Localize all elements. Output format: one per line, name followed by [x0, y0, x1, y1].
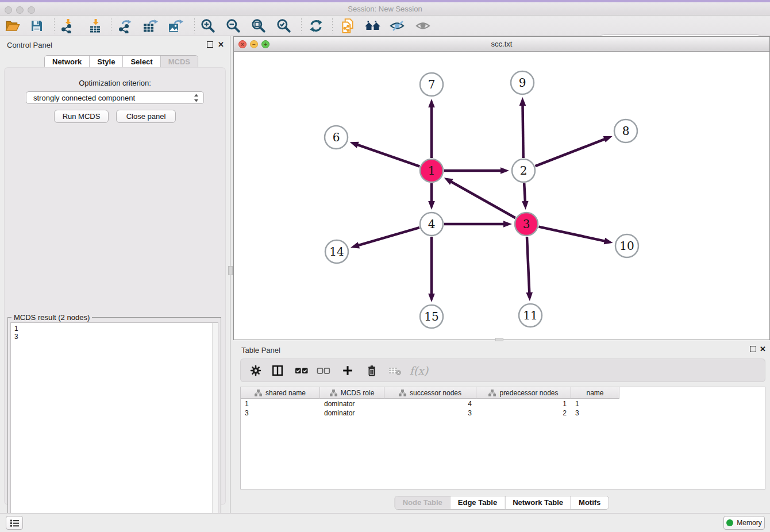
- export-network-icon[interactable]: [116, 17, 135, 34]
- node-10[interactable]: 10: [615, 234, 638, 257]
- delete-table-icon[interactable]: [384, 361, 406, 380]
- table-tab-edge-table[interactable]: Edge Table: [450, 496, 505, 509]
- node-2[interactable]: 2: [512, 159, 535, 182]
- table-cell[interactable]: 1: [241, 399, 320, 408]
- table-tab-network-table[interactable]: Network Table: [505, 496, 571, 509]
- network-view-title: scc.txt: [234, 40, 769, 48]
- columns-icon[interactable]: [267, 361, 288, 380]
- select-all-icon[interactable]: [291, 361, 313, 380]
- node-8[interactable]: 8: [614, 119, 637, 142]
- zoom-fit-icon[interactable]: [249, 17, 268, 34]
- function-builder-icon[interactable]: f(x): [408, 361, 430, 380]
- edge-1-7[interactable]: [428, 99, 435, 158]
- deselect-all-icon[interactable]: [313, 361, 334, 380]
- add-column-icon[interactable]: [337, 361, 359, 380]
- tab-network[interactable]: Network: [45, 56, 89, 68]
- node-4[interactable]: 4: [420, 213, 443, 236]
- edge-1-6[interactable]: [350, 142, 420, 167]
- hide-selected-icon[interactable]: [388, 17, 407, 34]
- float-panel-icon[interactable]: [207, 41, 213, 48]
- close-panel-icon[interactable]: ✕: [218, 40, 224, 49]
- table-cell[interactable]: 3: [384, 408, 476, 418]
- node-11[interactable]: 11: [519, 304, 542, 327]
- mcds-panel: Optimization criterion: strongly connect…: [4, 67, 226, 505]
- node-label: 14: [329, 245, 344, 259]
- table-cell[interactable]: 3: [571, 408, 619, 418]
- node-7[interactable]: 7: [420, 73, 443, 96]
- export-image-icon[interactable]: [166, 17, 186, 34]
- edge-2-3[interactable]: [522, 183, 529, 210]
- criterion-dropdown[interactable]: strongly connected component: [26, 91, 204, 104]
- node-3[interactable]: 3: [515, 213, 538, 236]
- memory-button[interactable]: Memory: [723, 516, 765, 530]
- column-tree-icon: [488, 390, 496, 396]
- network-graph[interactable]: 7961284314101511: [234, 52, 769, 340]
- mcds-result-title: MCDS result (2 nodes): [11, 313, 92, 322]
- table-cell[interactable]: 4: [384, 399, 476, 408]
- table-cell[interactable]: 2: [476, 408, 571, 418]
- column-header-predecessor-nodes[interactable]: predecessor nodes: [476, 387, 571, 399]
- node-9[interactable]: 9: [511, 71, 534, 94]
- refresh-layout-icon[interactable]: [306, 17, 326, 34]
- network-window-titlebar[interactable]: × − + scc.txt: [234, 37, 769, 52]
- zoom-in-icon[interactable]: [198, 17, 218, 34]
- vertical-splitter-handle[interactable]: [228, 266, 233, 275]
- table-header-row: shared nameMCDS rolesuccessor nodesprede…: [241, 387, 619, 399]
- tab-style[interactable]: Style: [89, 56, 122, 68]
- edge-4-15[interactable]: [428, 237, 435, 302]
- close-panel-button[interactable]: Close panel: [116, 110, 176, 123]
- edge-4-14[interactable]: [351, 228, 419, 248]
- import-network-icon[interactable]: [58, 17, 78, 34]
- table-row[interactable]: 1dominator411: [241, 399, 619, 408]
- edge-3-1[interactable]: [444, 178, 515, 218]
- import-table-icon[interactable]: [86, 17, 105, 34]
- table-cell[interactable]: dominator: [320, 399, 384, 408]
- node-14[interactable]: 14: [325, 240, 348, 263]
- show-all-icon[interactable]: [414, 17, 433, 34]
- tab-select[interactable]: Select: [122, 56, 160, 68]
- run-mcds-button[interactable]: Run MCDS: [54, 110, 109, 123]
- node-1[interactable]: 1: [420, 159, 443, 182]
- save-session-icon[interactable]: [27, 17, 47, 34]
- edge-3-11[interactable]: [526, 237, 533, 301]
- table-cell[interactable]: 3: [241, 408, 320, 418]
- table-tab-node-table[interactable]: Node Table: [395, 496, 450, 509]
- task-history-button[interactable]: [6, 516, 23, 530]
- open-file-icon[interactable]: [3, 17, 22, 34]
- column-header-successor-nodes[interactable]: successor nodes: [384, 387, 476, 399]
- zoom-selected-icon[interactable]: [274, 17, 294, 34]
- delete-column-icon[interactable]: [361, 361, 383, 380]
- gear-icon[interactable]: [245, 361, 267, 380]
- edge-1-4[interactable]: [428, 183, 435, 210]
- control-panel: Control Panel ✕ NetworkStyleSelectMCDS O…: [0, 36, 230, 513]
- mcds-result-text[interactable]: 1 3: [10, 322, 218, 528]
- edge-2-8[interactable]: [536, 136, 613, 166]
- export-table-icon[interactable]: [141, 17, 160, 34]
- table-tab-motifs[interactable]: Motifs: [571, 496, 608, 509]
- column-label: predecessor nodes: [499, 389, 558, 397]
- float-table-panel-icon[interactable]: [750, 346, 756, 352]
- table-cell[interactable]: dominator: [320, 408, 384, 418]
- edge-4-3[interactable]: [444, 221, 512, 228]
- tab-mcds[interactable]: MCDS: [160, 56, 198, 68]
- first-neighbors-icon[interactable]: [363, 17, 383, 34]
- copy-network-icon[interactable]: [338, 17, 357, 34]
- edge-1-2[interactable]: [444, 167, 509, 174]
- zoom-out-icon[interactable]: [224, 17, 243, 34]
- column-header-mcds-role[interactable]: MCDS role: [320, 387, 384, 399]
- node-6[interactable]: 6: [325, 126, 348, 149]
- column-header-shared-name[interactable]: shared name: [241, 387, 320, 399]
- table-cell[interactable]: 1: [476, 399, 571, 408]
- node-15[interactable]: 15: [420, 305, 443, 328]
- table-tabs: Node TableEdge TableNetwork TableMotifs: [395, 496, 609, 510]
- close-table-panel-icon[interactable]: ✕: [760, 345, 766, 353]
- network-canvas[interactable]: 7961284314101511: [234, 52, 769, 340]
- edge-3-10[interactable]: [538, 227, 613, 245]
- table-row[interactable]: 3dominator323: [241, 408, 619, 418]
- horizontal-splitter-handle[interactable]: [495, 338, 503, 341]
- node-table[interactable]: shared nameMCDS rolesuccessor nodesprede…: [240, 387, 765, 489]
- column-header-name[interactable]: name: [571, 387, 619, 399]
- edge-2-9[interactable]: [519, 97, 526, 158]
- result-scrollbar[interactable]: [212, 323, 218, 527]
- table-cell[interactable]: 1: [571, 399, 619, 408]
